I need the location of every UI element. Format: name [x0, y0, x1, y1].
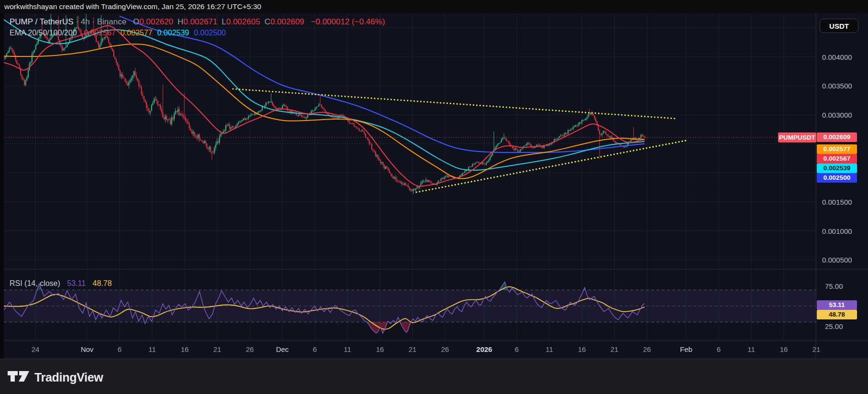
tradingview-logo[interactable]: TradingView — [8, 370, 118, 384]
time-tick-Nov: Nov — [81, 345, 94, 353]
attribution-text: workwithshayan created with TradingView.… — [4, 2, 261, 11]
time-tick-21: 21 — [812, 345, 821, 353]
time-tick-11: 11 — [344, 345, 351, 353]
rsi-label: RSI (14, close) — [10, 279, 60, 287]
ema200-badge: 0.002500 — [817, 173, 857, 183]
time-tick-26: 26 — [643, 345, 651, 353]
price-tick-0.003500: 0.003500 — [822, 82, 852, 90]
ohlc-C: C0.002609 — [260, 17, 304, 26]
ema-value-3: 0.002500 — [194, 29, 226, 37]
symbol-legend[interactable]: PUMP / TetherUS · 4h · Binance O0.002620… — [10, 17, 385, 27]
ema-values: 0.0025670.0025770.0025390.002500 — [79, 29, 226, 37]
ema50-badge: 0.002577 — [817, 144, 857, 154]
last-price-badge: 0.002609 — [817, 132, 857, 142]
tradingview-wordmark: TradingView — [34, 371, 103, 384]
ohlc-O: O0.002620 — [129, 17, 173, 26]
ema20-badge: 0.002567 — [817, 154, 857, 164]
time-tick-24: 24 — [32, 345, 40, 353]
time-tick-6: 6 — [313, 345, 317, 353]
time-tick-21: 21 — [611, 345, 619, 353]
time-tick-11: 11 — [545, 345, 553, 353]
ema50-line — [4, 44, 645, 178]
time-tick-26: 26 — [246, 345, 254, 353]
exchange-label: Binance — [97, 17, 126, 26]
attribution-bar: workwithshayan created with TradingView.… — [0, 0, 868, 13]
rsi-legend[interactable]: RSI (14, close) 53.11 48.78 — [10, 279, 112, 288]
ema20-line — [4, 26, 645, 186]
rsi-tick-75.00: 75.00 — [825, 282, 843, 290]
ohlc-H: H0.002671 — [173, 17, 217, 26]
ema-lines — [4, 16, 645, 186]
left-edge-strip — [0, 13, 4, 359]
time-tick-6: 6 — [515, 345, 519, 353]
time-tick-16: 16 — [181, 345, 189, 353]
bottom-toolbar: TradingView — [0, 359, 868, 394]
time-tick-Feb: Feb — [680, 345, 692, 353]
ema-label: EMA 20/50/100/200 — [10, 29, 77, 37]
rsi-ma-badge: 48.78 — [817, 310, 857, 319]
ema-legend[interactable]: EMA 20/50/100/200 0.0025670.0025770.0025… — [10, 29, 226, 37]
time-tick-6: 6 — [717, 345, 721, 353]
ohlc-L: L0.002605 — [217, 17, 260, 26]
ema100-badge: 0.002539 — [817, 164, 857, 173]
time-tick-21: 21 — [213, 345, 222, 353]
time-tick-11: 11 — [747, 345, 755, 353]
tradingview-snapshot: workwithshayan created with TradingView.… — [0, 0, 868, 394]
price-tick-0.004000: 0.004000 — [822, 53, 852, 61]
price-tick-0.001000: 0.001000 — [822, 227, 852, 235]
time-tick-11: 11 — [148, 345, 156, 353]
symbol-price-flag: PUMPUSDT — [778, 132, 816, 142]
rsi-value-badge: 53.11 — [817, 300, 857, 310]
time-tick-16: 16 — [376, 345, 384, 353]
time-tick-Dec: Dec — [276, 345, 289, 353]
change-value: −0.000012 (−0.46%) — [311, 17, 385, 26]
time-tick-6: 6 — [118, 345, 122, 353]
time-tick-26: 26 — [441, 345, 449, 353]
price-tick-0.000500: 0.000500 — [822, 256, 852, 264]
time-tick-16: 16 — [578, 345, 586, 353]
time-tick-16: 16 — [780, 345, 788, 353]
ema-value-2: 0.002539 — [157, 29, 189, 37]
price-tick-0.003000: 0.003000 — [822, 111, 852, 119]
ema-value-1: 0.002577 — [121, 29, 153, 37]
ema100-line — [4, 20, 645, 170]
price-tick-0.001500: 0.001500 — [822, 197, 852, 206]
currency-toggle-button[interactable]: USDT — [820, 19, 858, 33]
chart-canvas[interactable] — [0, 0, 868, 394]
rsi-value: 53.11 — [67, 279, 86, 287]
rsi-tick-25.00: 25.00 — [825, 322, 843, 330]
time-tick-21: 21 — [409, 345, 417, 353]
time-tick-2026: 2026 — [476, 345, 492, 353]
interval-label: 4h — [81, 17, 90, 26]
rsi-ma-value: 48.78 — [93, 279, 112, 287]
upper-resistance — [233, 89, 676, 119]
symbol-title: PUMP / TetherUS — [10, 17, 74, 26]
ohlc-values: O0.002620H0.002671L0.002605C0.002609 — [129, 17, 304, 26]
ema-value-0: 0.002567 — [84, 29, 116, 37]
tradingview-logo-icon — [8, 371, 30, 383]
